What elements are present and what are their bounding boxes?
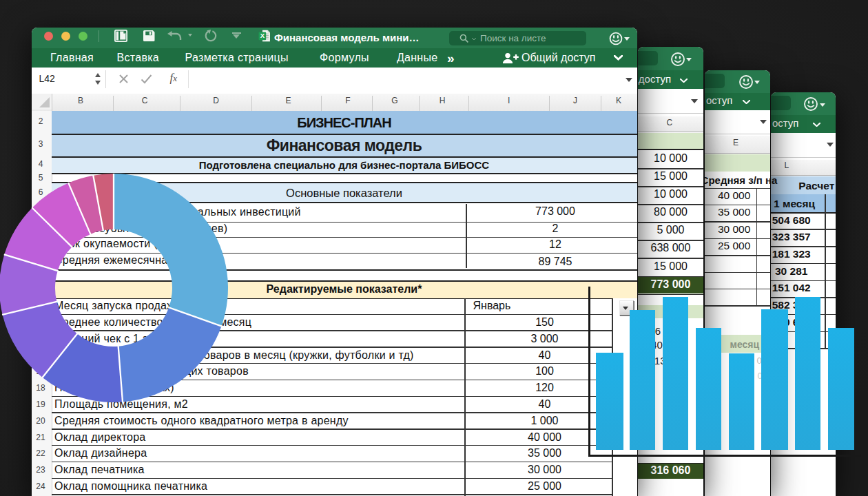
svg-text:X: X <box>260 32 265 39</box>
